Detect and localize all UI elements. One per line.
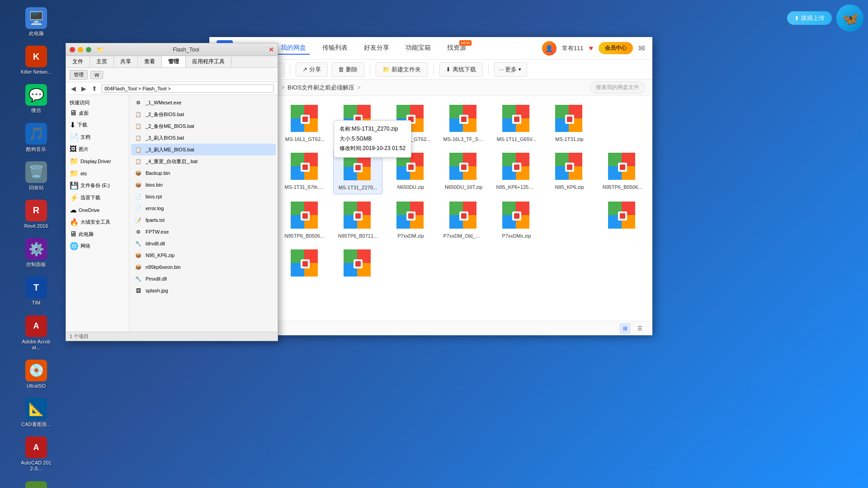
desktop-icon-killer[interactable]: K Killer Netwo... bbox=[18, 43, 54, 78]
fe-sidebar-download[interactable]: ⬇下载 bbox=[66, 119, 129, 131]
fe-main: 快速访问 🖥桌面 ⬇下载 📄文档 🖼图片 📁Display.Driver 📁et… bbox=[66, 95, 278, 332]
fe-tab-home[interactable]: 主页 bbox=[90, 56, 114, 67]
fe-tab-manage[interactable]: 管理 bbox=[162, 56, 186, 67]
desktop-icon-ultiso[interactable]: 💿 UltraISO bbox=[18, 357, 54, 392]
bp-delete-btn[interactable]: 🗑 删除 bbox=[331, 62, 364, 77]
bp-nav-tools[interactable]: 功能宝箱 bbox=[402, 42, 434, 55]
bp-message-icon[interactable]: ✉ bbox=[638, 43, 645, 53]
fe-sidebar-desktop[interactable]: 🖥桌面 bbox=[66, 107, 129, 119]
fe-file-biosbin[interactable]: 📦 bios.bin bbox=[131, 179, 276, 191]
bp-offline-btn[interactable]: ⬇ 离线下载 bbox=[439, 62, 483, 77]
fe-file-n95kp6zip[interactable]: 📦 N95_KP6.zip bbox=[131, 249, 276, 261]
fe-path-bar[interactable]: 004Flash_Tool > Flash_Tool > bbox=[101, 84, 274, 93]
fe-back-btn[interactable]: ◀ bbox=[70, 85, 77, 92]
bp-grid-view-btn[interactable]: ⊞ bbox=[620, 323, 631, 334]
bp-file-n95tp6-b0506b[interactable]: N95TP6_B0506_... bbox=[280, 198, 330, 242]
desktop-icon-autocad[interactable]: A AutoCAD 2012-S... bbox=[18, 434, 54, 474]
desktop-icon-control[interactable]: ⚙️ 控制面板 bbox=[18, 235, 54, 270]
bp-nav-find[interactable]: 找资源 NEW bbox=[443, 42, 470, 55]
bp-file-extra2[interactable] bbox=[280, 246, 330, 285]
bp-file-n650du-16t[interactable]: N650DU_16T.zip bbox=[439, 149, 488, 194]
bp-more-dots: ··· bbox=[499, 66, 504, 73]
fe-forward-btn[interactable]: ▶ bbox=[80, 85, 88, 92]
fe-file-bat3[interactable]: 📋 _3_刷入BIOS.bat bbox=[131, 132, 276, 144]
bp-file-ms1t31-z270[interactable]: MS-1T31_Z270... 名称:MS-1T31_Z270.zip 大小:5… bbox=[333, 149, 382, 194]
desktop-icon-recycle[interactable]: 🗑️ 回收站 bbox=[18, 159, 54, 193]
fe-file-bat1[interactable]: 📋 _2_备份BIOS.bat bbox=[131, 108, 276, 120]
bp-nav-mycloud[interactable]: 我的网盘 bbox=[277, 42, 310, 55]
fe-file-icon-dll2: 🔧 bbox=[134, 274, 143, 283]
bp-nav-share[interactable]: 好友分享 bbox=[360, 42, 393, 55]
desktop-icon-label-tim: TIM bbox=[32, 300, 41, 306]
fe-close-x[interactable]: ✕ bbox=[269, 46, 274, 53]
fe-file-fparts[interactable]: 📝 fparts.txt bbox=[131, 214, 276, 226]
fe-tab-view[interactable]: 查看 bbox=[138, 56, 162, 67]
fe-file-bat4-selected[interactable]: 📋 _3_刷入ME_BIOS.bat bbox=[131, 144, 276, 155]
desktop-icon-adobe[interactable]: A Adobe Acrobat... bbox=[18, 313, 54, 353]
desktop-icon-wechat[interactable]: 💬 微信 bbox=[18, 81, 54, 116]
bp-file-label-9: N650DU_16T.zip bbox=[443, 184, 484, 190]
bp-file-ms16l3tfs6[interactable]: MS-16L3_TF_S6... bbox=[439, 101, 488, 145]
fe-sidebar-backup[interactable]: 💾文件备份 (E:) bbox=[66, 179, 129, 192]
bp-file-extra1[interactable] bbox=[598, 198, 647, 242]
fe-file-backup[interactable]: 📦 Backup.bin bbox=[131, 167, 276, 179]
fe-ribbon-manage[interactable]: 管理 bbox=[70, 70, 88, 80]
upload-button[interactable]: ⬆ 拔插上传 bbox=[787, 11, 832, 25]
bp-more-btn[interactable]: ··· 更多 ▼ bbox=[494, 62, 527, 77]
bp-file-label-10: N95_KP6+125m... bbox=[496, 184, 537, 190]
fe-sidebar-onedrive[interactable]: ☁OneDrive bbox=[66, 204, 129, 216]
desktop-icon-revit[interactable]: R Revit 2016 bbox=[18, 197, 54, 232]
bp-file-ms1t31-67th[interactable]: MS-1T31_67th.z... bbox=[280, 149, 330, 194]
fe-sidebar-network[interactable]: 🌐网络 bbox=[66, 240, 129, 252]
fe-file-wmeset[interactable]: ⚙ _1_WMeset.exe bbox=[131, 97, 276, 108]
fe-min-btn[interactable] bbox=[78, 47, 83, 52]
fe-up-btn[interactable]: ⬆ bbox=[90, 85, 99, 92]
bp-file-n95kp6125m[interactable]: N95_KP6+125m... bbox=[492, 149, 541, 194]
bp-file-n95kp6[interactable]: N95_KP6.zip bbox=[545, 149, 594, 194]
bp-file-n95tp6-b0711[interactable]: N95TP6_B0711... bbox=[333, 198, 382, 242]
desktop-icon-kuwo[interactable]: 🎵 酷狗音乐 bbox=[18, 120, 54, 155]
bp-file-p7xxdm[interactable]: P7xxDM.zip bbox=[386, 198, 435, 242]
bp-share-btn[interactable]: ↗ 分享 bbox=[296, 62, 328, 77]
fe-file-n95bin[interactable]: 📦 n95kp6xeon.bin bbox=[131, 261, 276, 273]
bp-file-ms1t31[interactable]: MS-1T31.zip bbox=[545, 101, 594, 145]
fe-file-biosrpt[interactable]: 📄 bios.rpt bbox=[131, 191, 276, 202]
fe-file-pmxdll[interactable]: 🔧 Pmxdll.dll bbox=[131, 273, 276, 285]
fe-tab-file[interactable]: 文件 bbox=[66, 56, 90, 67]
fe-sidebar-docs[interactable]: 📄文档 bbox=[66, 131, 129, 143]
fe-tab-apptools[interactable]: 应用程序工具 bbox=[186, 56, 231, 67]
fe-sidebar-xunlei[interactable]: ⚡迅雷下载 bbox=[66, 192, 129, 204]
fe-file-bat2[interactable]: 📋 _2_备份ME_BIOS.bat bbox=[131, 120, 276, 132]
bp-file-ms1t11g65v[interactable]: MS-1T11_G65V... bbox=[492, 101, 541, 145]
fe-file-errorlog[interactable]: 📄 error.log bbox=[131, 202, 276, 214]
bp-newfolder-btn[interactable]: 📁 新建文件夹 bbox=[376, 62, 428, 77]
bp-vip-button[interactable]: 会员中心 bbox=[599, 42, 633, 54]
fe-sidebar-displaydriver[interactable]: 📁Display.Driver bbox=[66, 155, 129, 167]
fe-close-btn[interactable] bbox=[70, 47, 75, 52]
desktop-icon-tim[interactable]: T TIM bbox=[18, 274, 54, 309]
bp-search-box[interactable]: 搜索我的网盘文件 bbox=[590, 81, 645, 94]
tooltip-modified: 修改时间:2019-10-23 01:52 bbox=[340, 144, 406, 154]
bp-file-n95tp6-b0506a[interactable]: N95TP6_B0506... bbox=[598, 149, 647, 194]
desktop-icon-computer[interactable]: 🖥️ 此电脑 bbox=[18, 5, 54, 39]
fe-file-splash[interactable]: 🖼 splash.jpg bbox=[131, 285, 276, 296]
fe-tab-share[interactable]: 共享 bbox=[114, 56, 138, 67]
bp-file-ms16l1gt62[interactable]: MS-16L1_GT62... bbox=[280, 101, 330, 145]
fe-max-btn[interactable] bbox=[86, 47, 91, 52]
fe-sidebar-thispc[interactable]: 🖥此电脑 bbox=[66, 228, 129, 240]
bp-file-extra3[interactable] bbox=[333, 246, 382, 285]
fe-file-fptw[interactable]: ⚙ FPTW.exe bbox=[131, 226, 276, 238]
fe-ribbon-w[interactable]: W bbox=[90, 71, 103, 79]
bp-file-p7xxdm-oldgr[interactable]: P7xxDM_Old_Gr... bbox=[439, 198, 488, 242]
bp-nav-transfer[interactable]: 传输列表 bbox=[319, 42, 351, 55]
fe-file-bat5[interactable]: 📋 _4_重置_自动重启_.bat bbox=[131, 155, 276, 167]
bp-file-p7xxdmx[interactable]: P7xxDMx.zip bbox=[492, 198, 541, 242]
fe-file-ldrvdll[interactable]: 🔧 ldrvdll.dll bbox=[131, 238, 276, 249]
desktop-icon-cad[interactable]: 📐 CAD看图形... bbox=[18, 395, 54, 430]
fe-sidebar-huorong[interactable]: 🔥火绒安全工具 bbox=[66, 216, 129, 228]
fe-sidebar-pics[interactable]: 🖼图片 bbox=[66, 143, 129, 155]
fe-sidebar-etc[interactable]: 📁etc bbox=[66, 167, 129, 179]
desktop-icon-geforce[interactable]: G GeForce Experience bbox=[18, 479, 54, 488]
bp-file-icon-19 bbox=[291, 249, 320, 278]
bp-list-view-btn[interactable]: ☰ bbox=[634, 323, 645, 334]
